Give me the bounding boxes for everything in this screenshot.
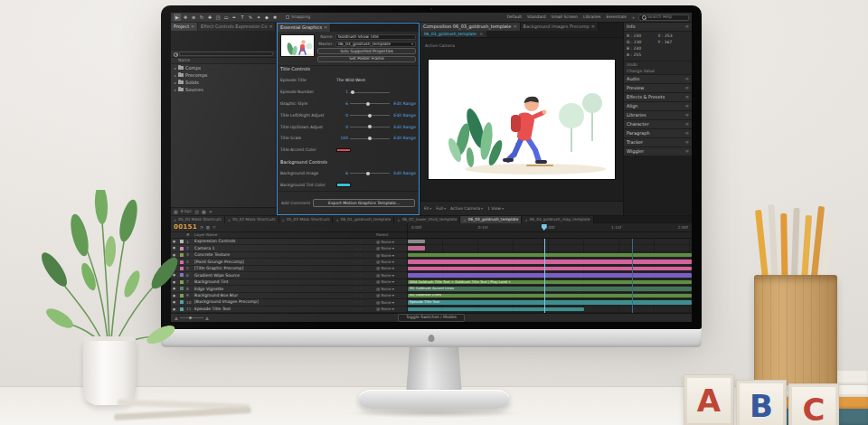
track-row[interactable] <box>408 307 692 313</box>
parent-dropdown[interactable]: @ None ▾ <box>376 273 407 278</box>
workspace-tab[interactable]: Essentials <box>606 14 627 20</box>
property-value[interactable]: 6 <box>336 171 348 176</box>
workspace-tab[interactable]: Standard <box>527 14 545 20</box>
time-ruler[interactable]: 0:00f 0:15f 1:00f 1:15f 2:00f <box>408 223 692 231</box>
panel-menu-icon[interactable]: ≡ <box>513 24 516 29</box>
close-icon[interactable]: × <box>524 218 527 222</box>
track-row[interactable] <box>408 259 692 265</box>
tool-icon[interactable]: ✦ <box>255 14 262 21</box>
draft-3d-icon[interactable]: ▦ <box>206 225 210 231</box>
expand-arrow-icon[interactable]: ▸ <box>175 88 176 92</box>
layer-duration-bar[interactable] <box>408 246 425 250</box>
snapping-toggle[interactable]: Snapping <box>286 14 310 20</box>
tool-icon[interactable]: ↻ <box>198 14 205 21</box>
set-poster-frame-button[interactable]: Set Poster Frame <box>317 56 416 62</box>
search-help-input[interactable]: Search Help <box>638 14 689 21</box>
layer-switches[interactable]: ◦◦◦ <box>354 280 376 284</box>
track-row[interactable] <box>408 272 692 279</box>
track-area[interactable]: Wild Goldrush Title Text + Goldrush Titl… <box>408 239 692 313</box>
project-folder-row[interactable]: ▸ Precomps <box>171 71 276 79</box>
tool-icon[interactable]: ✥ <box>182 14 189 21</box>
tool-icon[interactable]: ▭ <box>222 14 230 21</box>
tool-icon[interactable]: T <box>239 14 246 21</box>
layer-name[interactable]: Gradient Wipe Source <box>194 273 354 279</box>
panel-menu-icon[interactable]: ≡ <box>685 121 689 127</box>
close-icon[interactable]: × <box>228 218 231 222</box>
sidebar-panel-header[interactable]: Preview ≡ <box>624 84 692 92</box>
edit-range-link[interactable]: Edit Range <box>392 113 416 118</box>
sidebar-panel-header[interactable]: Wiggler ≡ <box>624 147 692 156</box>
tool-icon[interactable]: ⊕ <box>190 14 197 21</box>
slider-thumb[interactable] <box>368 137 372 140</box>
layer-switches[interactable]: ◦◦◦ <box>354 260 376 264</box>
tool-icon[interactable]: ◳ <box>214 14 222 21</box>
timeline-tab[interactable]: × 06_02_lower_third_template <box>394 216 460 223</box>
comp-footer-control[interactable]: Active Camera ▾ <box>450 206 483 212</box>
track-row[interactable]: BG Goldrush Lines <box>408 293 692 299</box>
track-row[interactable]: Episode Title Text <box>408 299 692 306</box>
parent-dropdown[interactable]: @ None ▾ <box>376 240 407 244</box>
column-parent[interactable]: Parent <box>376 232 407 237</box>
track-row[interactable] <box>408 245 692 251</box>
toggle-switches-modes-button[interactable]: Toggle Switches / Modes <box>398 314 465 322</box>
layer-name[interactable]: Expression Controls <box>194 239 354 244</box>
property-value[interactable]: The Wild West <box>336 78 365 83</box>
master-comp-dropdown[interactable]: 06_03_goldrush_template ▾ <box>335 42 416 47</box>
eg-property-row[interactable]: Title Accent Color <box>278 145 419 156</box>
layer-row[interactable]: ● 4 [Paint Grunge Precomp] ◦◦◦ @ None ▾ <box>171 259 407 265</box>
property-slider[interactable] <box>350 115 390 116</box>
color-swatch[interactable] <box>336 183 351 187</box>
layer-switches[interactable]: ◦◦◦ <box>354 273 376 277</box>
panel-menu-icon[interactable]: ≡ <box>685 94 689 99</box>
eg-property-row[interactable]: Title Controls <box>278 63 419 75</box>
timeline-tab[interactable]: × 05_03 Mask Shortcuts <box>279 216 334 223</box>
project-search-input[interactable] <box>179 52 273 56</box>
eg-property-row[interactable]: Background Image 6 Edit Range <box>278 167 419 179</box>
property-value[interactable]: 0 <box>336 113 348 118</box>
project-folder-row[interactable]: ▸ Sources <box>171 86 276 93</box>
layer-name[interactable]: Concrete Texture <box>194 252 354 258</box>
panel-tab[interactable]: Essential Graphics ≡ <box>278 24 331 32</box>
project-folder-row[interactable]: ▸ Comps <box>171 64 276 71</box>
layer-duration-bar[interactable]: BG Goldrush Lines <box>408 294 692 298</box>
layer-duration-bar[interactable] <box>408 267 692 270</box>
property-value[interactable]: 100 <box>336 136 348 141</box>
track-row[interactable] <box>408 239 692 245</box>
layer-switches[interactable]: ◦◦◦ <box>354 247 376 250</box>
eg-property-row[interactable]: Background Tint Color <box>278 179 419 191</box>
panel-tab[interactable]: Background Images Precomp ≡ <box>521 23 599 31</box>
eg-property-row[interactable]: Title Up/Down Adjust 0 Edit Range <box>278 121 419 133</box>
parent-dropdown[interactable]: @ None ▾ <box>376 253 407 258</box>
edit-range-link[interactable]: Edit Range <box>392 171 416 176</box>
panel-menu-icon[interactable]: ≡ <box>269 24 273 29</box>
timeline-tab[interactable]: × 05_02 Mask Shortcuts <box>225 216 279 223</box>
track-row[interactable] <box>408 252 692 259</box>
eg-property-row[interactable]: Episode Number 1 <box>278 87 419 99</box>
layer-row[interactable]: ● 5 [Title Graphic Precomp] ◦◦◦ @ None ▾ <box>171 266 407 272</box>
close-icon[interactable]: × <box>282 218 285 222</box>
eg-property-row[interactable]: Background Controls <box>278 156 419 168</box>
workspace-tab[interactable]: Libraries <box>583 14 600 20</box>
track-row[interactable] <box>408 266 692 272</box>
comp-footer-control[interactable]: 1 View ▾ <box>487 206 504 212</box>
layer-duration-bar[interactable]: Episode Title Text <box>408 300 692 304</box>
panel-menu-icon[interactable]: ≡ <box>191 24 194 29</box>
parent-dropdown[interactable]: @ None ▾ <box>376 246 407 250</box>
comp-footer-control[interactable]: Full ▾ <box>436 206 446 212</box>
tool-icon[interactable]: ▶ <box>174 14 181 21</box>
color-swatch[interactable] <box>336 148 351 153</box>
new-folder-icon[interactable]: ▧ <box>194 209 199 214</box>
column-layer-name[interactable]: Layer Name <box>194 232 354 237</box>
layer-switches[interactable]: ◦◦◦ <box>354 300 376 304</box>
layer-row[interactable]: ● 6 Gradient Wipe Source ◦◦◦ @ None ▾ <box>171 272 407 279</box>
panel-menu-icon[interactable]: ≡ <box>685 112 689 118</box>
layer-switches[interactable]: ◦◦◦ <box>354 307 376 311</box>
track-row[interactable]: Wild Goldrush Title Text + Goldrush Titl… <box>408 279 692 286</box>
layer-row[interactable]: ● 2 Camera 1 ◦◦◦ @ None ▾ <box>171 245 407 251</box>
parent-dropdown[interactable]: @ None ▾ <box>376 300 407 305</box>
comp-footer-control[interactable]: Fit ▾ <box>424 206 431 212</box>
layer-duration-bar[interactable] <box>408 307 584 311</box>
edit-range-link[interactable]: Edit Range <box>392 136 416 141</box>
slider-thumb[interactable] <box>366 172 370 175</box>
eg-property-row[interactable]: Episode Title The Wild West <box>278 75 419 87</box>
